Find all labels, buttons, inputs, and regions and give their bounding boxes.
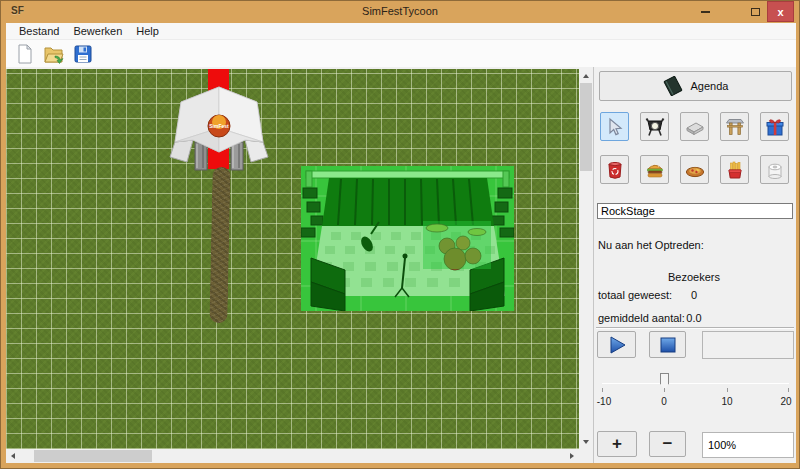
- cursor-icon: [604, 116, 626, 138]
- scroll-down-button[interactable]: [579, 435, 593, 449]
- right-arrow-icon: [570, 453, 574, 459]
- map-canvas: SimFest: [6, 67, 593, 463]
- slider-label-0: 0: [661, 396, 667, 407]
- titlebar[interactable]: SF SimFestTycoon x: [1, 1, 799, 23]
- control-panel: Agenda: [593, 67, 796, 463]
- gate-icon: [724, 116, 746, 138]
- save-file-icon: [72, 43, 94, 65]
- menu-bestand[interactable]: Bestand: [12, 24, 66, 38]
- scroll-right-button[interactable]: [565, 449, 579, 463]
- stop-icon: [658, 335, 678, 355]
- agenda-book-icon: [663, 76, 683, 96]
- tent-logo-text: SimFest: [209, 123, 229, 129]
- toilet-roll-icon: [764, 159, 786, 181]
- agenda-label: Agenda: [691, 80, 729, 92]
- pizza-icon: [684, 159, 706, 181]
- entrance-tent[interactable]: SimFest: [169, 84, 269, 179]
- now-performing-label: Nu aan het Optreden:: [598, 239, 704, 251]
- play-icon: [606, 334, 628, 356]
- toilet-tool-button[interactable]: [760, 155, 789, 184]
- grass-grid[interactable]: SimFest: [6, 69, 579, 449]
- fries-icon: [724, 159, 746, 181]
- speed-slider-track[interactable]: [602, 383, 789, 384]
- slider-tick: [788, 388, 789, 392]
- menu-bewerken[interactable]: Bewerken: [66, 24, 129, 38]
- close-button[interactable]: x: [767, 1, 794, 22]
- total-visitors-value: 0: [649, 289, 739, 301]
- toolbar: [6, 40, 796, 67]
- scroll-left-button[interactable]: [6, 449, 20, 463]
- burger-tool-button[interactable]: [640, 155, 669, 184]
- panel-separator: [596, 327, 794, 329]
- burger-icon: [644, 159, 666, 181]
- pizza-tool-button[interactable]: [680, 155, 709, 184]
- stage-name-input[interactable]: [597, 203, 793, 219]
- platform-icon: [684, 116, 706, 138]
- menu-help[interactable]: Help: [129, 24, 166, 38]
- performance-display-box: [702, 331, 794, 359]
- window-title: SimFestTycoon: [1, 5, 799, 17]
- zoom-level-field[interactable]: [702, 432, 794, 458]
- vertical-scrollbar[interactable]: [579, 69, 593, 449]
- scroll-up-button[interactable]: [579, 69, 593, 83]
- play-button[interactable]: [597, 331, 636, 358]
- stage-placement-preview[interactable]: [301, 166, 514, 311]
- gift-icon: [764, 116, 786, 138]
- slider-label-10: 10: [721, 396, 732, 407]
- horizontal-scrollbar[interactable]: [6, 449, 579, 463]
- down-arrow-icon: [583, 440, 589, 444]
- gift-tool-button[interactable]: [760, 112, 789, 141]
- slider-tick: [602, 388, 603, 392]
- horizontal-scroll-thumb[interactable]: [34, 450, 152, 462]
- spotlight-icon: [644, 116, 666, 138]
- menu-bar: Bestand Bewerken Help: [6, 23, 796, 40]
- agenda-button[interactable]: Agenda: [599, 71, 792, 101]
- save-file-button[interactable]: [71, 42, 95, 66]
- gate-tool-button[interactable]: [720, 112, 749, 141]
- open-file-button[interactable]: [42, 42, 66, 66]
- minimize-button[interactable]: [693, 1, 717, 22]
- dirt-path[interactable]: [209, 167, 230, 323]
- zoom-in-button[interactable]: +: [597, 431, 637, 457]
- slider-tick: [727, 388, 728, 392]
- average-visitors-value: 0.0: [649, 312, 739, 324]
- minimize-icon: [701, 11, 710, 13]
- red-can-icon: [604, 159, 626, 181]
- drink-tool-button[interactable]: [600, 155, 629, 184]
- zoom-out-button[interactable]: −: [649, 431, 686, 457]
- up-arrow-icon: [583, 74, 589, 78]
- select-tool-button[interactable]: [600, 112, 629, 141]
- fries-tool-button[interactable]: [720, 155, 749, 184]
- vertical-scroll-thumb[interactable]: [580, 83, 592, 171]
- slider-tick: [664, 388, 665, 392]
- slider-label-min: -10: [597, 396, 611, 407]
- stop-button[interactable]: [649, 331, 686, 358]
- slider-label-max: 20: [780, 396, 791, 407]
- new-file-button[interactable]: [13, 42, 37, 66]
- new-file-icon: [14, 43, 36, 65]
- spotlight-tool-button[interactable]: [640, 112, 669, 141]
- left-arrow-icon: [11, 453, 15, 459]
- maximize-button[interactable]: [743, 1, 767, 22]
- app-window: SF SimFestTycoon x Bestand Bewerken Help: [0, 0, 800, 469]
- visitors-header: Bezoekers: [649, 271, 739, 283]
- stage-tool-button[interactable]: [680, 112, 709, 141]
- maximize-icon: [751, 8, 760, 16]
- open-file-icon: [43, 43, 65, 65]
